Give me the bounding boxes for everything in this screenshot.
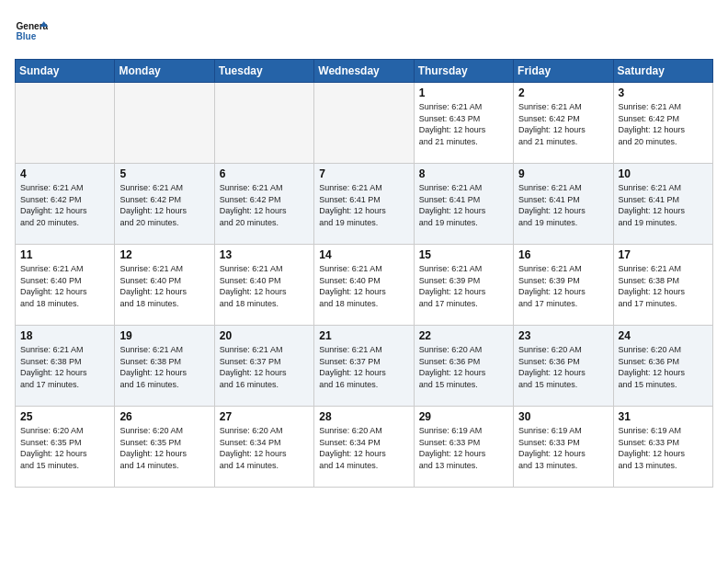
day-info: Sunrise: 6:21 AM Sunset: 6:41 PM Dayligh… — [319, 182, 408, 228]
day-number: 30 — [518, 410, 608, 423]
col-header-tuesday: Tuesday — [214, 60, 313, 83]
calendar-cell: 15Sunrise: 6:21 AM Sunset: 6:39 PM Dayli… — [414, 245, 513, 326]
day-info: Sunrise: 6:20 AM Sunset: 6:36 PM Dayligh… — [518, 344, 608, 390]
day-info: Sunrise: 6:21 AM Sunset: 6:37 PM Dayligh… — [319, 344, 408, 390]
calendar-cell — [16, 83, 115, 164]
calendar-cell: 11Sunrise: 6:21 AM Sunset: 6:40 PM Dayli… — [16, 245, 115, 326]
calendar-cell: 24Sunrise: 6:20 AM Sunset: 6:36 PM Dayli… — [613, 326, 712, 407]
day-info: Sunrise: 6:19 AM Sunset: 6:33 PM Dayligh… — [419, 425, 508, 471]
day-info: Sunrise: 6:21 AM Sunset: 6:42 PM Dayligh… — [220, 182, 309, 228]
calendar-cell: 13Sunrise: 6:21 AM Sunset: 6:40 PM Dayli… — [214, 245, 313, 326]
day-info: Sunrise: 6:21 AM Sunset: 6:37 PM Dayligh… — [220, 344, 309, 390]
col-header-friday: Friday — [514, 60, 613, 83]
day-info: Sunrise: 6:21 AM Sunset: 6:39 PM Dayligh… — [419, 263, 508, 309]
day-number: 7 — [319, 167, 408, 180]
day-info: Sunrise: 6:21 AM Sunset: 6:42 PM Dayligh… — [20, 182, 109, 228]
day-number: 10 — [619, 167, 708, 180]
day-number: 23 — [518, 329, 608, 342]
day-number: 27 — [220, 410, 309, 423]
day-number: 26 — [119, 410, 209, 423]
calendar-cell — [214, 83, 313, 164]
calendar-cell: 6Sunrise: 6:21 AM Sunset: 6:42 PM Daylig… — [214, 164, 313, 245]
day-number: 6 — [220, 167, 309, 180]
day-info: Sunrise: 6:21 AM Sunset: 6:42 PM Dayligh… — [119, 182, 209, 228]
calendar-cell: 21Sunrise: 6:21 AM Sunset: 6:37 PM Dayli… — [314, 326, 414, 407]
col-header-wednesday: Wednesday — [314, 60, 414, 83]
day-number: 15 — [419, 248, 508, 261]
day-number: 11 — [20, 248, 109, 261]
calendar-cell — [314, 83, 414, 164]
day-number: 3 — [619, 86, 708, 99]
day-info: Sunrise: 6:20 AM Sunset: 6:36 PM Dayligh… — [619, 344, 708, 390]
day-number: 13 — [220, 248, 309, 261]
day-info: Sunrise: 6:21 AM Sunset: 6:43 PM Dayligh… — [419, 101, 508, 147]
day-info: Sunrise: 6:21 AM Sunset: 6:38 PM Dayligh… — [119, 344, 209, 390]
day-info: Sunrise: 6:21 AM Sunset: 6:41 PM Dayligh… — [619, 182, 708, 228]
day-info: Sunrise: 6:21 AM Sunset: 6:40 PM Dayligh… — [20, 263, 109, 309]
day-number: 28 — [319, 410, 408, 423]
page-header: General Blue — [15, 15, 713, 48]
day-number: 9 — [518, 167, 608, 180]
calendar-cell: 2Sunrise: 6:21 AM Sunset: 6:42 PM Daylig… — [514, 83, 613, 164]
day-number: 21 — [319, 329, 408, 342]
day-number: 25 — [20, 410, 109, 423]
col-header-saturday: Saturday — [613, 60, 712, 83]
day-number: 2 — [518, 86, 608, 99]
day-number: 14 — [319, 248, 408, 261]
calendar-cell: 19Sunrise: 6:21 AM Sunset: 6:38 PM Dayli… — [115, 326, 214, 407]
day-info: Sunrise: 6:20 AM Sunset: 6:35 PM Dayligh… — [119, 425, 209, 471]
calendar-cell: 18Sunrise: 6:21 AM Sunset: 6:38 PM Dayli… — [16, 326, 115, 407]
col-header-monday: Monday — [115, 60, 214, 83]
calendar-cell: 17Sunrise: 6:21 AM Sunset: 6:38 PM Dayli… — [613, 245, 712, 326]
col-header-sunday: Sunday — [16, 60, 115, 83]
day-info: Sunrise: 6:21 AM Sunset: 6:40 PM Dayligh… — [119, 263, 209, 309]
day-number: 17 — [619, 248, 708, 261]
day-info: Sunrise: 6:21 AM Sunset: 6:42 PM Dayligh… — [518, 101, 608, 147]
calendar-cell: 9Sunrise: 6:21 AM Sunset: 6:41 PM Daylig… — [514, 164, 613, 245]
day-number: 20 — [220, 329, 309, 342]
day-number: 4 — [20, 167, 109, 180]
calendar-cell: 30Sunrise: 6:19 AM Sunset: 6:33 PM Dayli… — [514, 407, 613, 488]
day-info: Sunrise: 6:19 AM Sunset: 6:33 PM Dayligh… — [619, 425, 708, 471]
calendar-cell: 1Sunrise: 6:21 AM Sunset: 6:43 PM Daylig… — [414, 83, 513, 164]
day-number: 8 — [419, 167, 508, 180]
day-info: Sunrise: 6:19 AM Sunset: 6:33 PM Dayligh… — [518, 425, 608, 471]
logo-icon: General Blue — [15, 15, 48, 48]
logo: General Blue — [15, 15, 48, 48]
day-info: Sunrise: 6:20 AM Sunset: 6:36 PM Dayligh… — [419, 344, 508, 390]
day-number: 12 — [119, 248, 209, 261]
day-info: Sunrise: 6:20 AM Sunset: 6:34 PM Dayligh… — [319, 425, 408, 471]
day-number: 29 — [419, 410, 508, 423]
calendar-cell: 5Sunrise: 6:21 AM Sunset: 6:42 PM Daylig… — [115, 164, 214, 245]
calendar-table: SundayMondayTuesdayWednesdayThursdayFrid… — [15, 59, 713, 488]
day-info: Sunrise: 6:21 AM Sunset: 6:40 PM Dayligh… — [220, 263, 309, 309]
day-info: Sunrise: 6:21 AM Sunset: 6:40 PM Dayligh… — [319, 263, 408, 309]
day-number: 18 — [20, 329, 109, 342]
calendar-cell: 31Sunrise: 6:19 AM Sunset: 6:33 PM Dayli… — [613, 407, 712, 488]
calendar-cell: 14Sunrise: 6:21 AM Sunset: 6:40 PM Dayli… — [314, 245, 414, 326]
day-number: 1 — [419, 86, 508, 99]
calendar-cell: 29Sunrise: 6:19 AM Sunset: 6:33 PM Dayli… — [414, 407, 513, 488]
day-info: Sunrise: 6:21 AM Sunset: 6:38 PM Dayligh… — [20, 344, 109, 390]
svg-text:Blue: Blue — [16, 31, 36, 41]
day-info: Sunrise: 6:21 AM Sunset: 6:41 PM Dayligh… — [518, 182, 608, 228]
day-number: 19 — [119, 329, 209, 342]
calendar-cell: 8Sunrise: 6:21 AM Sunset: 6:41 PM Daylig… — [414, 164, 513, 245]
day-number: 22 — [419, 329, 508, 342]
day-info: Sunrise: 6:21 AM Sunset: 6:41 PM Dayligh… — [419, 182, 508, 228]
calendar-cell: 7Sunrise: 6:21 AM Sunset: 6:41 PM Daylig… — [314, 164, 414, 245]
calendar-cell: 16Sunrise: 6:21 AM Sunset: 6:39 PM Dayli… — [514, 245, 613, 326]
day-number: 5 — [119, 167, 209, 180]
calendar-cell: 27Sunrise: 6:20 AM Sunset: 6:34 PM Dayli… — [214, 407, 313, 488]
day-info: Sunrise: 6:20 AM Sunset: 6:34 PM Dayligh… — [220, 425, 309, 471]
calendar-cell: 10Sunrise: 6:21 AM Sunset: 6:41 PM Dayli… — [613, 164, 712, 245]
day-info: Sunrise: 6:21 AM Sunset: 6:42 PM Dayligh… — [619, 101, 708, 147]
calendar-cell: 25Sunrise: 6:20 AM Sunset: 6:35 PM Dayli… — [16, 407, 115, 488]
calendar-cell: 20Sunrise: 6:21 AM Sunset: 6:37 PM Dayli… — [214, 326, 313, 407]
calendar-cell: 26Sunrise: 6:20 AM Sunset: 6:35 PM Dayli… — [115, 407, 214, 488]
day-info: Sunrise: 6:20 AM Sunset: 6:35 PM Dayligh… — [20, 425, 109, 471]
calendar-cell — [115, 83, 214, 164]
day-number: 31 — [619, 410, 708, 423]
day-info: Sunrise: 6:21 AM Sunset: 6:39 PM Dayligh… — [518, 263, 608, 309]
calendar-cell: 4Sunrise: 6:21 AM Sunset: 6:42 PM Daylig… — [16, 164, 115, 245]
